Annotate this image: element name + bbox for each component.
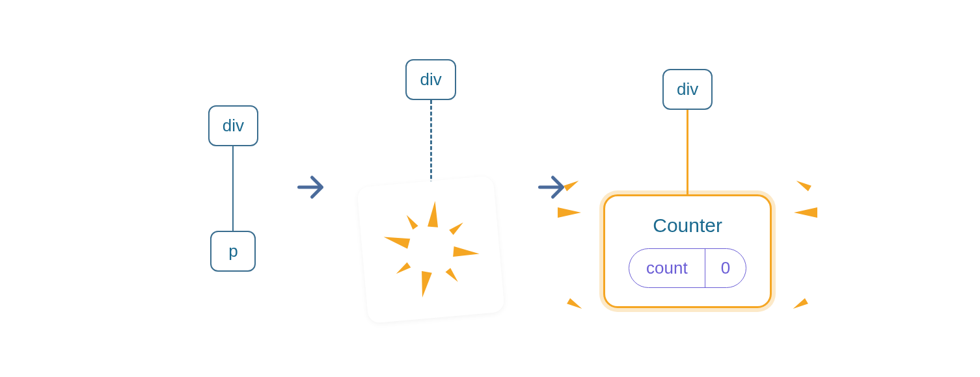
component-name-label: Counter bbox=[653, 214, 722, 237]
p-node: p bbox=[210, 231, 256, 272]
spark-icon bbox=[795, 178, 811, 192]
stage-3-counter-mounted: div Counter count 0 bbox=[603, 69, 772, 308]
counter-component-card: Counter count 0 bbox=[603, 194, 772, 308]
tree-connector-dashed bbox=[430, 100, 432, 185]
tree-connector-solid bbox=[232, 146, 234, 231]
div-node: div bbox=[405, 59, 456, 100]
stage-2-removal: div bbox=[362, 59, 499, 318]
state-value-label: 0 bbox=[705, 249, 746, 287]
state-pill: count 0 bbox=[629, 248, 746, 288]
state-key-label: count bbox=[629, 249, 705, 287]
arrow-right-icon bbox=[291, 168, 330, 209]
poof-removed-node bbox=[357, 176, 505, 324]
div-node: div bbox=[208, 105, 258, 146]
div-node: div bbox=[662, 69, 713, 110]
spark-icon bbox=[567, 298, 584, 312]
stage-1-initial-tree: div p bbox=[208, 105, 258, 272]
spark-icon bbox=[794, 207, 817, 218]
burst-icon bbox=[368, 186, 495, 313]
spark-icon bbox=[558, 207, 581, 218]
spark-icon bbox=[791, 298, 808, 312]
tree-connector-orange bbox=[687, 110, 688, 194]
